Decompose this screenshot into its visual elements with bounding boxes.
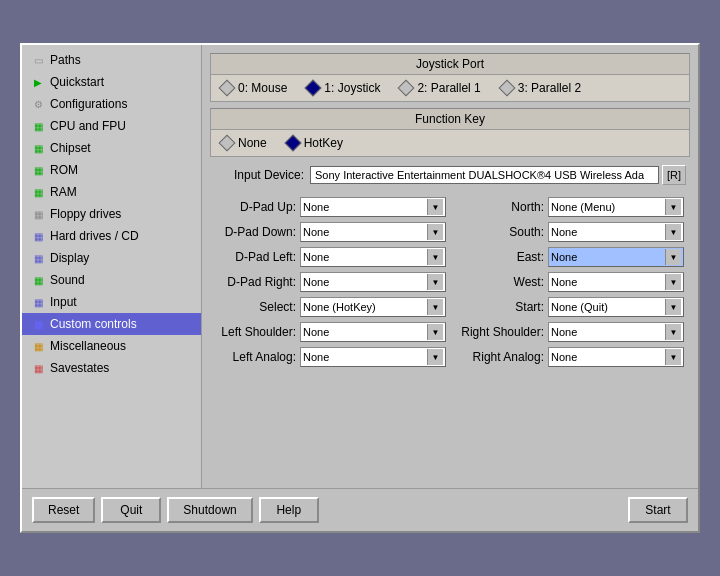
content-area: Joystick Port 0: Mouse1: Joystick2: Para… (202, 45, 698, 488)
help-button[interactable]: Help (259, 497, 319, 523)
sidebar-item-floppy[interactable]: ▦Floppy drives (22, 203, 201, 225)
left-control-arrow-6[interactable]: ▼ (427, 349, 443, 365)
reset-button[interactable]: Reset (32, 497, 95, 523)
left-control-row-6: Left Analog:None▼ (216, 347, 446, 367)
fkey-label-1: HotKey (304, 136, 343, 150)
sidebar-item-paths[interactable]: ▭Paths (22, 49, 201, 71)
left-control-arrow-0[interactable]: ▼ (427, 199, 443, 215)
quickstart-icon: ▶ (30, 74, 46, 90)
shutdown-button[interactable]: Shutdown (167, 497, 252, 523)
left-control-select-1[interactable]: None▼ (300, 222, 446, 242)
input-icon: ▦ (30, 294, 46, 310)
radio-diamond-0 (219, 80, 236, 97)
controls-grid: D-Pad Up:None▼D-Pad Down:None▼D-Pad Left… (210, 193, 690, 373)
radio-label-1: 1: Joystick (324, 81, 380, 95)
sidebar-item-input[interactable]: ▦Input (22, 291, 201, 313)
misc-icon: ▦ (30, 338, 46, 354)
right-control-row-1: South:None▼ (454, 222, 684, 242)
joystick-port-section: Joystick Port 0: Mouse1: Joystick2: Para… (210, 53, 690, 102)
sidebar-label-quickstart: Quickstart (50, 75, 104, 89)
custom-controls-icon: ▦ (30, 316, 46, 332)
joystick-port-title: Joystick Port (211, 54, 689, 75)
right-control-select-3[interactable]: None▼ (548, 272, 684, 292)
left-control-select-6[interactable]: None▼ (300, 347, 446, 367)
right-control-arrow-4[interactable]: ▼ (665, 299, 681, 315)
joystick-option-2[interactable]: 2: Parallel 1 (400, 81, 480, 95)
right-control-row-2: East:None▼ (454, 247, 684, 267)
right-control-select-1[interactable]: None▼ (548, 222, 684, 242)
right-control-value-2: None (551, 251, 665, 263)
rom-icon: ▦ (30, 162, 46, 178)
sidebar-item-cpu-fpu[interactable]: ▦CPU and FPU (22, 115, 201, 137)
fkey-diamond-1 (284, 135, 301, 152)
sidebar-label-chipset: Chipset (50, 141, 91, 155)
sidebar-label-configurations: Configurations (50, 97, 127, 111)
left-control-select-5[interactable]: None▼ (300, 322, 446, 342)
joystick-option-0[interactable]: 0: Mouse (221, 81, 287, 95)
right-control-select-4[interactable]: None (Quit)▼ (548, 297, 684, 317)
left-control-select-3[interactable]: None▼ (300, 272, 446, 292)
savestates-icon: ▦ (30, 360, 46, 376)
left-control-arrow-1[interactable]: ▼ (427, 224, 443, 240)
left-control-select-0[interactable]: None▼ (300, 197, 446, 217)
fkey-option-0[interactable]: None (221, 136, 267, 150)
left-control-arrow-4[interactable]: ▼ (427, 299, 443, 315)
sidebar-item-display[interactable]: ▦Display (22, 247, 201, 269)
left-control-value-5: None (303, 326, 427, 338)
start-button[interactable]: Start (628, 497, 688, 523)
right-control-arrow-3[interactable]: ▼ (665, 274, 681, 290)
input-device-button[interactable]: [R] (662, 165, 686, 185)
right-control-select-2[interactable]: None▼ (548, 247, 684, 267)
sidebar-label-sound: Sound (50, 273, 85, 287)
right-control-arrow-5[interactable]: ▼ (665, 324, 681, 340)
right-control-row-6: Right Analog:None▼ (454, 347, 684, 367)
sidebar-item-rom[interactable]: ▦ROM (22, 159, 201, 181)
sidebar-item-misc[interactable]: ▦Miscellaneous (22, 335, 201, 357)
input-device-field[interactable]: Sony Interactive Entertainment DUALSHOCK… (310, 166, 659, 184)
quit-button[interactable]: Quit (101, 497, 161, 523)
right-control-select-0[interactable]: None (Menu)▼ (548, 197, 684, 217)
left-control-label-4: Select: (216, 300, 296, 314)
left-control-arrow-2[interactable]: ▼ (427, 249, 443, 265)
left-control-value-3: None (303, 276, 427, 288)
right-control-select-6[interactable]: None▼ (548, 347, 684, 367)
function-key-title: Function Key (211, 109, 689, 130)
sidebar-item-quickstart[interactable]: ▶Quickstart (22, 71, 201, 93)
sidebar-label-savestates: Savestates (50, 361, 109, 375)
radio-label-2: 2: Parallel 1 (417, 81, 480, 95)
left-control-arrow-5[interactable]: ▼ (427, 324, 443, 340)
right-control-value-5: None (551, 326, 665, 338)
configurations-icon: ⚙ (30, 96, 46, 112)
sidebar-item-chipset[interactable]: ▦Chipset (22, 137, 201, 159)
right-control-arrow-1[interactable]: ▼ (665, 224, 681, 240)
sidebar-item-sound[interactable]: ▦Sound (22, 269, 201, 291)
sidebar-item-savestates[interactable]: ▦Savestates (22, 357, 201, 379)
left-control-select-4[interactable]: None (HotKey)▼ (300, 297, 446, 317)
sidebar-item-custom-controls[interactable]: ▦Custom controls (22, 313, 201, 335)
right-control-arrow-0[interactable]: ▼ (665, 199, 681, 215)
ram-icon: ▦ (30, 184, 46, 200)
paths-icon: ▭ (30, 52, 46, 68)
right-control-arrow-2[interactable]: ▼ (665, 249, 681, 265)
fkey-option-1[interactable]: HotKey (287, 136, 343, 150)
joystick-port-options: 0: Mouse1: Joystick2: Parallel 13: Paral… (211, 75, 689, 101)
function-key-section: Function Key NoneHotKey (210, 108, 690, 157)
sidebar-item-configurations[interactable]: ⚙Configurations (22, 93, 201, 115)
left-control-value-1: None (303, 226, 427, 238)
right-control-select-5[interactable]: None▼ (548, 322, 684, 342)
left-control-row-2: D-Pad Left:None▼ (216, 247, 446, 267)
left-control-select-2[interactable]: None▼ (300, 247, 446, 267)
sidebar-label-custom-controls: Custom controls (50, 317, 137, 331)
left-control-label-0: D-Pad Up: (216, 200, 296, 214)
right-control-label-3: West: (454, 275, 544, 289)
sidebar-item-ram[interactable]: ▦RAM (22, 181, 201, 203)
left-control-value-2: None (303, 251, 427, 263)
footer-left: Reset Quit Shutdown Help (32, 497, 319, 523)
right-control-arrow-6[interactable]: ▼ (665, 349, 681, 365)
sidebar-item-harddrives[interactable]: ▦Hard drives / CD (22, 225, 201, 247)
joystick-option-1[interactable]: 1: Joystick (307, 81, 380, 95)
left-control-arrow-3[interactable]: ▼ (427, 274, 443, 290)
right-control-value-1: None (551, 226, 665, 238)
joystick-option-3[interactable]: 3: Parallel 2 (501, 81, 581, 95)
right-control-value-0: None (Menu) (551, 201, 665, 213)
